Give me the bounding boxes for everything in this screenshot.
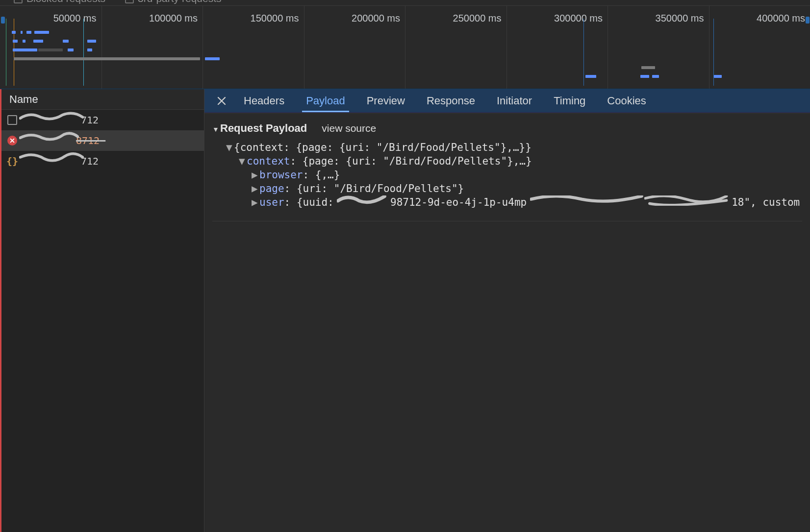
- request-list-header[interactable]: Name: [1, 89, 204, 110]
- tab-initiator[interactable]: Initiator: [486, 89, 543, 112]
- network-filter-row: Blocked requests 3rd-party requests: [0, 0, 810, 6]
- checkbox-icon[interactable]: [125, 0, 134, 3]
- tab-cookies[interactable]: Cookies: [596, 89, 657, 112]
- request-row[interactable]: 712: [1, 110, 204, 130]
- chevron-right-icon[interactable]: ▶: [252, 183, 259, 194]
- timeline-tick: 400000 ms: [757, 13, 805, 24]
- request-name: 712: [22, 155, 104, 167]
- tab-preview[interactable]: Preview: [356, 89, 416, 112]
- timeline-tick: 100000 ms: [149, 13, 198, 24]
- tab-payload[interactable]: Payload: [295, 89, 356, 112]
- tab-headers[interactable]: Headers: [233, 89, 295, 112]
- thirdparty-requests-filter[interactable]: 3rd-party requests: [125, 0, 221, 4]
- json-icon: {}: [7, 156, 17, 166]
- details-tabs: Headers Payload Preview Response Initiat…: [204, 89, 810, 113]
- blocked-requests-filter[interactable]: Blocked requests: [14, 0, 105, 4]
- request-row[interactable]: 8712: [1, 130, 204, 151]
- timeline-tick: 150000 ms: [251, 13, 299, 24]
- chevron-right-icon[interactable]: ▶: [252, 169, 259, 181]
- view-source-link[interactable]: view source: [322, 122, 376, 134]
- timeline-tick: 200000 ms: [352, 13, 400, 24]
- checkbox-icon[interactable]: [14, 0, 23, 3]
- tab-timing[interactable]: Timing: [543, 89, 596, 112]
- payload-tree-row[interactable]: ▶browser: {,…}: [212, 168, 802, 182]
- timeline-rows: [4, 29, 806, 83]
- chevron-down-icon[interactable]: ▼: [239, 155, 247, 167]
- request-list: Name 712 8712 {}: [1, 89, 204, 532]
- section-toggle[interactable]: ▼Request Payload: [212, 122, 307, 135]
- document-icon: [7, 115, 17, 125]
- section-divider: [212, 221, 802, 221]
- payload-tree-row[interactable]: ▶page: {uri: "/Bird/Food/Pellets"}: [212, 182, 802, 195]
- payload-body: ▼Request Payload view source ▼{context: …: [204, 113, 810, 532]
- timeline-tick: 350000 ms: [656, 13, 704, 24]
- close-icon[interactable]: [210, 89, 233, 112]
- tab-response[interactable]: Response: [416, 89, 486, 112]
- request-name: 8712: [22, 135, 105, 146]
- network-timeline[interactable]: 50000 ms 100000 ms 150000 ms 200000 ms 2…: [0, 6, 810, 89]
- section-title: Request Payload: [220, 122, 307, 134]
- request-name: 712: [22, 114, 104, 126]
- payload-tree-row[interactable]: ▼context: {page: {uri: "/Bird/Food/Pelle…: [212, 154, 802, 168]
- timeline-tick: 300000 ms: [554, 13, 603, 24]
- chevron-right-icon[interactable]: ▶: [252, 196, 259, 208]
- error-icon: [7, 136, 17, 145]
- request-row[interactable]: {} 712: [1, 151, 204, 171]
- payload-tree-row[interactable]: ▶user: {uuid: 98712-9d-eo-4j-1p-u4mp 18"…: [212, 195, 802, 209]
- request-details: Headers Payload Preview Response Initiat…: [204, 89, 810, 532]
- timeline-tick: 50000 ms: [53, 13, 97, 24]
- timeline-tick: 250000 ms: [453, 13, 502, 24]
- chevron-down-icon[interactable]: ▼: [226, 142, 234, 153]
- payload-tree-row[interactable]: ▼{context: {page: {uri: "/Bird/Food/Pell…: [212, 141, 802, 154]
